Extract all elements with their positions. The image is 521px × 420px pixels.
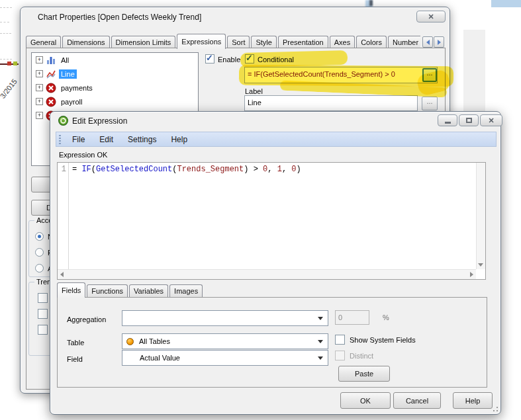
- tab-expressions[interactable]: Expressions: [177, 34, 226, 49]
- expand-icon[interactable]: +: [36, 56, 43, 63]
- label-ellipsis-button[interactable]: ...: [422, 97, 438, 110]
- trend-checkbox-2[interactable]: [38, 309, 48, 319]
- close-icon[interactable]: ✕: [416, 11, 446, 22]
- enable-checkbox[interactable]: ✓: [205, 54, 214, 63]
- expression-token: (: [91, 165, 96, 174]
- menu-grip: [59, 135, 61, 144]
- resize-grip[interactable]: [492, 405, 498, 412]
- minimize-icon[interactable]: [438, 114, 457, 126]
- accumulation-radio-3[interactable]: [35, 264, 44, 273]
- vertical-scrollbar[interactable]: [476, 163, 485, 269]
- paste-button[interactable]: Paste: [338, 366, 390, 382]
- conditional-expression-ellipsis-button[interactable]: ...: [422, 68, 437, 82]
- conditional-checkbox[interactable]: ✓: [245, 54, 254, 63]
- tab-fields[interactable]: Fields: [57, 282, 85, 298]
- qlikview-app-icon: [58, 115, 69, 126]
- tree-item-label: payments: [59, 83, 95, 93]
- maximize-icon[interactable]: [459, 114, 479, 126]
- trend-checkbox-1[interactable]: [38, 293, 48, 303]
- expression-token: 1: [277, 165, 282, 174]
- tab-general[interactable]: General: [26, 36, 61, 49]
- accumulation-radio-2[interactable]: [35, 248, 44, 257]
- tab-number[interactable]: Number: [388, 36, 420, 49]
- expand-icon[interactable]: +: [36, 98, 43, 105]
- background-bar: [491, 0, 521, 7]
- tab-sort[interactable]: Sort: [227, 36, 250, 49]
- expression-token: ) >: [244, 165, 263, 174]
- tab-axes[interactable]: Axes: [330, 36, 355, 49]
- tab-functions[interactable]: Functions: [87, 284, 128, 298]
- tab-presentation[interactable]: Presentation: [278, 36, 328, 49]
- marker-yellow: [13, 62, 17, 65]
- chevron-down-icon: [318, 340, 323, 343]
- tree-item-label: Line: [59, 69, 77, 79]
- expression-editor[interactable]: 1 = IF(GetSelectedCount(Trends_Segment) …: [57, 162, 486, 280]
- gridline: [0, 7, 12, 8]
- label-caption: Label: [245, 87, 263, 95]
- tab-images[interactable]: Images: [169, 284, 203, 298]
- accumulation-radio-1[interactable]: [35, 232, 44, 241]
- table-value: All Tables: [139, 337, 170, 345]
- menu-help[interactable]: Help: [164, 133, 195, 146]
- horizontal-scrollbar[interactable]: [58, 269, 476, 279]
- label-field[interactable]: Line: [244, 95, 418, 111]
- background-bar: [369, 0, 373, 6]
- tab-variables[interactable]: Variables: [129, 284, 168, 298]
- status-text: Expression OK: [59, 151, 107, 159]
- show-system-fields-checkbox[interactable]: ✓: [335, 335, 345, 345]
- expression-token: ,: [267, 165, 277, 174]
- distinct-label: Distinct: [350, 352, 373, 360]
- scroll-left-icon[interactable]: [60, 272, 64, 277]
- expression-code-line: = IF(GetSelectedCount(Trends_Segment) > …: [72, 165, 301, 174]
- expression-token: GetSelectedCount: [96, 165, 172, 174]
- menu-file[interactable]: File: [65, 133, 92, 146]
- expression-token: =: [72, 165, 81, 174]
- editor-tabstrip: FieldsFunctionsVariablesImages: [57, 282, 335, 298]
- conditional-label: Conditional: [258, 56, 294, 63]
- tab-style[interactable]: Style: [251, 36, 276, 49]
- error-icon: [46, 83, 56, 93]
- expand-icon[interactable]: +: [36, 84, 43, 91]
- axis-label: 3/2015: [0, 77, 19, 100]
- tab-scroll-left-icon[interactable]: [422, 36, 433, 48]
- tree-item-payments[interactable]: +payments: [32, 81, 198, 95]
- chevron-down-icon: [318, 317, 323, 320]
- expression-token: Trends_Segment: [177, 165, 244, 174]
- menu-edit[interactable]: Edit: [92, 133, 120, 146]
- aggregation-combo[interactable]: [122, 310, 328, 326]
- ok-button[interactable]: OK: [340, 392, 391, 409]
- tab-scroll-arrows: [422, 36, 444, 48]
- expression-token: ): [297, 165, 301, 174]
- marker-red: [7, 62, 11, 65]
- field-label: Field: [67, 355, 83, 363]
- chevron-down-icon: [318, 357, 323, 360]
- tab-colors[interactable]: Colors: [356, 36, 387, 49]
- table-combo[interactable]: All Tables: [122, 333, 328, 349]
- scroll-down-icon[interactable]: [478, 263, 483, 267]
- tree-item-payroll[interactable]: +payroll: [32, 95, 198, 108]
- menu-settings[interactable]: Settings: [120, 133, 164, 146]
- tab-scroll-right-icon[interactable]: [434, 36, 444, 48]
- bar-chart-icon: [46, 55, 56, 65]
- field-value: Actual Value: [140, 354, 180, 362]
- tree-item-line[interactable]: +Line: [32, 67, 198, 81]
- expand-icon[interactable]: +: [36, 112, 43, 119]
- cancel-button[interactable]: Cancel: [393, 392, 441, 409]
- expand-icon[interactable]: +: [36, 70, 43, 77]
- tab-dimension-limits[interactable]: Dimension Limits: [111, 36, 176, 49]
- expression-token: IF: [81, 165, 91, 174]
- scroll-right-icon[interactable]: [470, 272, 473, 277]
- help-button[interactable]: Help: [453, 392, 493, 409]
- gridline: [0, 59, 12, 60]
- table-label: Table: [67, 339, 84, 347]
- gridline: [0, 22, 9, 22]
- percent-sign: %: [383, 314, 389, 321]
- tree-item-all[interactable]: +All: [32, 53, 198, 67]
- dialog-title: Edit Expression: [72, 116, 127, 126]
- tree-item-label: payroll: [59, 97, 84, 106]
- conditional-expression-field[interactable]: = IF(GetSelectedCount(Trends_Segment) > …: [244, 67, 438, 83]
- field-combo[interactable]: Actual Value: [122, 350, 328, 366]
- close-icon[interactable]: ✕: [480, 114, 502, 126]
- trend-checkbox-3[interactable]: [38, 325, 48, 335]
- tab-dimensions[interactable]: Dimensions: [62, 36, 109, 49]
